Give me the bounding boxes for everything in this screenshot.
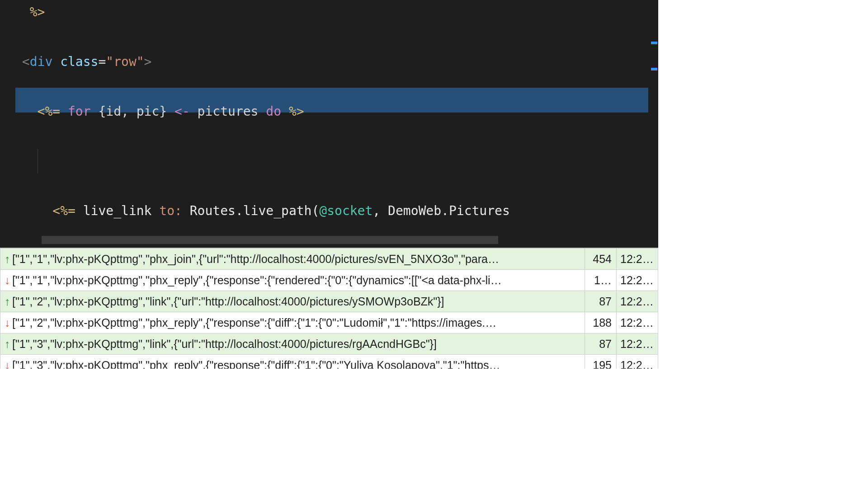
code-line: %> [14,0,658,24]
message-time: 12:2… [617,270,658,291]
message-row[interactable]: ↑["1","2","lv:phx-pKQpttmg","link",{"url… [0,291,658,312]
messages-table: ↑["1","1","lv:phx-pKQpttmg","phx_join",{… [0,248,658,369]
arrow-down-icon: ↓ [3,359,11,369]
message-length: 454 [585,249,617,270]
message-time: 12:2… [617,249,658,270]
code-line: <%= live_link to: Routes.live_path(@sock… [14,198,658,223]
message-data: ↓["1","2","lv:phx-pKQpttmg","phx_reply",… [0,312,585,333]
message-time: 12:2… [617,355,658,369]
websocket-messages-panel[interactable]: ↑["1","1","lv:phx-pKQpttmg","phx_join",{… [0,248,658,369]
message-time: 12:2… [617,291,658,312]
message-row[interactable]: ↓["1","2","lv:phx-pKQpttmg","phx_reply",… [0,312,658,333]
message-data: ↑["1","2","lv:phx-pKQpttmg","link",{"url… [0,291,585,312]
message-length: 188 [585,312,617,333]
message-time: 12:2… [617,312,658,333]
message-time: 12:2… [617,333,658,355]
message-data: ↓["1","3","lv:phx-pKQpttmg","phx_reply",… [0,355,585,369]
arrow-up-icon: ↑ [3,253,11,266]
arrow-down-icon: ↓ [3,274,11,287]
token: %> [30,5,45,19]
arrow-up-icon: ↑ [3,295,11,308]
code-line: <%= for {id, pic} <- pictures do %> [14,99,658,124]
code-content: %> <div class="row"> <%= for {id, pic} <… [14,0,658,248]
message-length: 87 [585,333,617,355]
arrow-down-icon: ↓ [3,316,11,329]
message-data: ↑["1","3","lv:phx-pKQpttmg","link",{"url… [0,333,585,355]
message-data: ↓["1","1","lv:phx-pKQpttmg","phx_reply",… [0,270,585,291]
message-length: 87 [585,291,617,312]
message-length: 195 [585,355,617,369]
arrow-up-icon: ↑ [3,338,11,351]
message-data: ↑["1","1","lv:phx-pKQpttmg","phx_join",{… [0,249,585,270]
message-length: 1… [585,270,617,291]
code-editor[interactable]: %> <div class="row"> <%= for {id, pic} <… [0,0,658,248]
code-line [14,149,658,174]
message-row[interactable]: ↑["1","3","lv:phx-pKQpttmg","link",{"url… [0,333,658,355]
code-line: <div class="row"> [14,49,658,74]
message-row[interactable]: ↓["1","1","lv:phx-pKQpttmg","phx_reply",… [0,270,658,291]
message-row[interactable]: ↓["1","3","lv:phx-pKQpttmg","phx_reply",… [0,355,658,369]
message-row[interactable]: ↑["1","1","lv:phx-pKQpttmg","phx_join",{… [0,249,658,270]
